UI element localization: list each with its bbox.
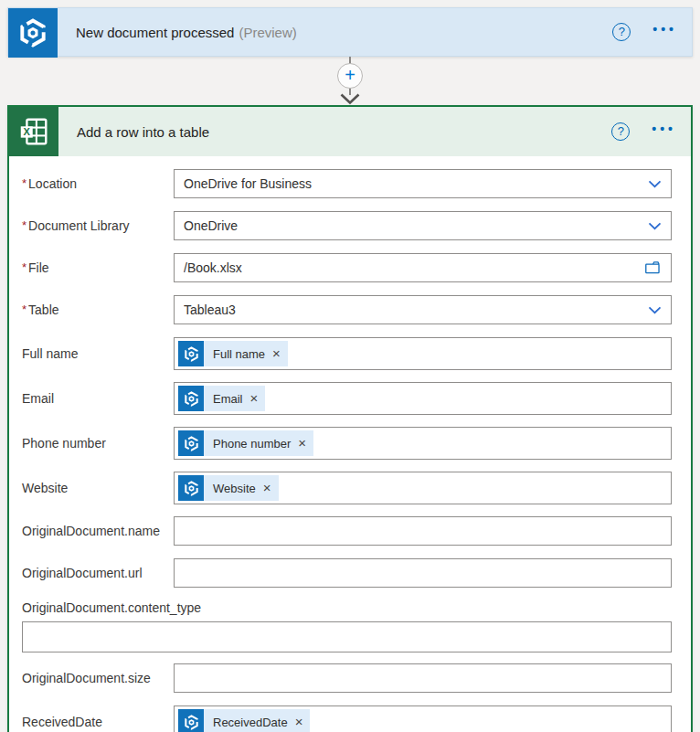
- action-card-header: Add a row into a table ? •••: [58, 107, 691, 156]
- token-label: ReceivedDate: [213, 716, 288, 729]
- ai-builder-icon: [178, 430, 204, 456]
- token-close-icon[interactable]: ×: [247, 390, 266, 407]
- field-label-originaldocument-name: OriginalDocument.name: [22, 524, 174, 538]
- ai-builder-icon: [178, 709, 204, 732]
- more-options-icon[interactable]: •••: [650, 120, 678, 143]
- field-label-originaldocument-size: OriginalDocument.size: [22, 671, 174, 685]
- chevron-down-icon[interactable]: [648, 306, 662, 314]
- field-input-email[interactable]: Email×: [174, 382, 672, 415]
- excel-icon: X: [9, 107, 58, 156]
- field-row-email: EmailEmail×: [22, 382, 672, 415]
- field-row-full-name: Full nameFull name×: [22, 337, 672, 370]
- flow-canvas: { "icons": { "help": "?", "more_options"…: [0, 0, 700, 732]
- field-input-phone-number[interactable]: Phone number×: [174, 427, 672, 460]
- field-row-originaldocument-url: OriginalDocument.url: [22, 558, 672, 588]
- field-row-originaldocument-size: OriginalDocument.size: [22, 663, 672, 693]
- ai-builder-icon: [178, 475, 204, 501]
- field-input-originaldocument-url[interactable]: [174, 558, 672, 588]
- dynamic-content-token-website[interactable]: Website×: [178, 475, 279, 501]
- trigger-card-title: New document processed: [76, 25, 234, 40]
- required-asterisk: *: [22, 260, 27, 274]
- field-value-file: /Book.xlsx: [184, 260, 636, 275]
- required-asterisk: *: [22, 302, 27, 316]
- trigger-card-header: New document processed (Preview) ? •••: [58, 8, 692, 56]
- dynamic-content-token-email[interactable]: Email×: [178, 386, 265, 411]
- token-close-icon[interactable]: ×: [294, 435, 313, 451]
- dynamic-content-token-full-name[interactable]: Full name×: [178, 341, 288, 366]
- help-icon[interactable]: ?: [612, 23, 631, 41]
- field-input-document-library[interactable]: OneDrive: [174, 211, 672, 240]
- trigger-card[interactable]: New document processed (Preview) ? •••: [7, 7, 693, 57]
- action-card[interactable]: X Add a row into a table ? ••• *Location…: [7, 105, 693, 732]
- field-row-table: *TableTableau3: [22, 295, 672, 324]
- field-row-originaldocument-name: OriginalDocument.name: [22, 516, 672, 546]
- field-input-website[interactable]: Website×: [174, 472, 672, 504]
- field-value-table: Tableau3: [184, 302, 641, 317]
- required-asterisk: *: [22, 218, 27, 232]
- field-value-document-library: OneDrive: [184, 218, 641, 233]
- field-row-location: *LocationOneDrive for Business: [22, 169, 672, 198]
- field-input-table[interactable]: Tableau3: [174, 295, 672, 324]
- field-label-originaldocument-content-type: OriginalDocument.content_type: [22, 600, 672, 615]
- field-value-location: OneDrive for Business: [184, 176, 641, 191]
- field-row-file: *File/Book.xlsx: [22, 253, 672, 282]
- chevron-down-icon[interactable]: [648, 222, 662, 230]
- field-label-originaldocument-url: OriginalDocument.url: [22, 566, 174, 580]
- field-input-receiveddate[interactable]: ReceivedDate×: [174, 705, 672, 732]
- trigger-preview-badge: (Preview): [239, 25, 296, 40]
- token-label: Phone number: [213, 437, 291, 451]
- field-input-originaldocument-content-type[interactable]: [22, 621, 672, 652]
- dynamic-content-token-phone-number[interactable]: Phone number×: [178, 430, 313, 456]
- field-row-originaldocument-content-type: OriginalDocument.content_type: [22, 600, 672, 652]
- field-input-originaldocument-size[interactable]: [174, 663, 672, 693]
- field-label-table: *Table: [22, 302, 174, 317]
- chevron-down-icon[interactable]: [648, 180, 662, 188]
- field-label-receiveddate: ReceivedDate: [22, 715, 174, 729]
- action-card-title: Add a row into a table: [77, 124, 209, 140]
- field-label-file: *File: [22, 260, 174, 275]
- field-label-phone-number: Phone number: [22, 436, 174, 451]
- help-icon[interactable]: ?: [611, 122, 630, 141]
- folder-picker-icon[interactable]: [643, 260, 662, 276]
- field-row-website: WebsiteWebsite×: [22, 472, 672, 504]
- dynamic-content-token-receiveddate[interactable]: ReceivedDate×: [178, 709, 310, 732]
- field-input-full-name[interactable]: Full name×: [174, 337, 672, 370]
- action-card-body: *LocationOneDrive for Business*Document …: [9, 156, 691, 732]
- field-row-document-library: *Document LibraryOneDrive: [22, 211, 672, 240]
- ai-builder-icon: [8, 8, 58, 58]
- field-label-full-name: Full name: [22, 346, 174, 361]
- field-label-location: *Location: [22, 176, 174, 191]
- token-label: Full name: [213, 347, 265, 361]
- field-row-receiveddate: ReceivedDateReceivedDate×: [22, 705, 672, 732]
- field-label-website: Website: [22, 481, 174, 495]
- token-close-icon[interactable]: ×: [269, 345, 288, 362]
- ai-builder-icon: [178, 341, 204, 366]
- flow-connector: +: [0, 57, 700, 105]
- field-input-originaldocument-name[interactable]: [174, 516, 672, 546]
- required-asterisk: *: [22, 176, 27, 190]
- field-input-file[interactable]: /Book.xlsx: [174, 253, 672, 282]
- more-options-icon[interactable]: •••: [651, 20, 679, 44]
- svg-text:X: X: [24, 126, 31, 137]
- field-label-document-library: *Document Library: [22, 218, 174, 233]
- token-close-icon[interactable]: ×: [292, 714, 311, 730]
- field-row-phone-number: Phone numberPhone number×: [22, 427, 672, 460]
- ai-builder-icon: [178, 386, 204, 411]
- token-close-icon[interactable]: ×: [260, 480, 279, 496]
- token-label: Website: [213, 482, 256, 495]
- field-input-location[interactable]: OneDrive for Business: [174, 169, 672, 198]
- insert-step-button[interactable]: +: [337, 63, 363, 89]
- field-label-email: Email: [22, 391, 174, 406]
- token-label: Email: [213, 392, 243, 406]
